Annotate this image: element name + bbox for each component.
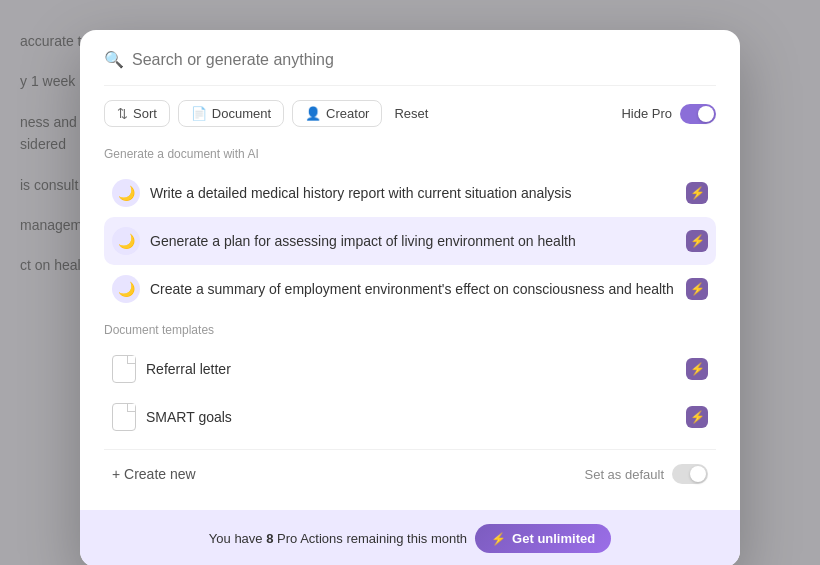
modal-container: 🔍 ⇅ Sort 📄 Document 👤 Creator Reset <box>80 30 740 565</box>
ai-suggestion-text-1: Write a detailed medical history report … <box>150 185 676 201</box>
reset-button[interactable]: Reset <box>390 101 432 126</box>
create-new-label: + Create new <box>112 466 196 482</box>
set-default-toggle[interactable] <box>672 464 708 484</box>
ai-suggestion-item-3[interactable]: 🌙 Create a summary of employment environ… <box>104 265 716 313</box>
creator-icon: 👤 <box>305 106 321 121</box>
set-default-label: Set as default <box>585 467 665 482</box>
search-icon: 🔍 <box>104 50 124 69</box>
pro-badge-template-1: ⚡ <box>686 358 708 380</box>
bottom-banner: You have 8 Pro Actions remaining this mo… <box>80 510 740 565</box>
sort-button[interactable]: ⇅ Sort <box>104 100 170 127</box>
document-icon: 📄 <box>191 106 207 121</box>
modal-body: 🔍 ⇅ Sort 📄 Document 👤 Creator Reset <box>80 30 740 510</box>
ai-icon-1: 🌙 <box>112 179 140 207</box>
ai-suggestion-item-1[interactable]: 🌙 Write a detailed medical history repor… <box>104 169 716 217</box>
ai-suggestion-item-2[interactable]: 🌙 Generate a plan for assessing impact o… <box>104 217 716 265</box>
lightning-icon-2: ⚡ <box>690 234 705 248</box>
lightning-icon-3: ⚡ <box>690 282 705 296</box>
get-unlimited-label: Get unlimited <box>512 531 595 546</box>
pro-badge-3: ⚡ <box>686 278 708 300</box>
creator-filter-button[interactable]: 👤 Creator <box>292 100 382 127</box>
create-new-button[interactable]: + Create new <box>112 466 196 482</box>
creator-filter-label: Creator <box>326 106 369 121</box>
hide-pro-wrap: Hide Pro <box>621 104 716 124</box>
template-item-1[interactable]: Referral letter ⚡ <box>104 345 716 393</box>
lightning-icon-1: ⚡ <box>690 186 705 200</box>
banner-suffix: Pro Actions remaining this month <box>273 531 467 546</box>
ai-suggestion-text-2: Generate a plan for assessing impact of … <box>150 233 676 249</box>
pro-badge-2: ⚡ <box>686 230 708 252</box>
doc-icon-2 <box>112 403 136 431</box>
toggle-knob <box>698 106 714 122</box>
pro-badge-template-2: ⚡ <box>686 406 708 428</box>
footer-actions: + Create new Set as default <box>104 449 716 490</box>
search-input[interactable] <box>132 51 716 69</box>
ai-suggestion-text-3: Create a summary of employment environme… <box>150 281 676 297</box>
sort-label: Sort <box>133 106 157 121</box>
filter-bar: ⇅ Sort 📄 Document 👤 Creator Reset Hide P… <box>104 86 716 137</box>
doc-icon-1 <box>112 355 136 383</box>
document-filter-label: Document <box>212 106 271 121</box>
banner-lightning-icon: ⚡ <box>491 532 506 546</box>
pro-badge-1: ⚡ <box>686 182 708 204</box>
ai-icon-2: 🌙 <box>112 227 140 255</box>
ai-section-label: Generate a document with AI <box>104 147 716 161</box>
templates-section-label: Document templates <box>104 323 716 337</box>
lightning-icon-t1: ⚡ <box>690 362 705 376</box>
search-bar: 🔍 <box>104 50 716 86</box>
template-text-2: SMART goals <box>146 409 676 425</box>
template-item-2[interactable]: SMART goals ⚡ <box>104 393 716 441</box>
modal-overlay: 🔍 ⇅ Sort 📄 Document 👤 Creator Reset <box>0 0 820 565</box>
hide-pro-toggle[interactable] <box>680 104 716 124</box>
template-text-1: Referral letter <box>146 361 676 377</box>
hide-pro-label: Hide Pro <box>621 106 672 121</box>
ai-icon-3: 🌙 <box>112 275 140 303</box>
sort-icon: ⇅ <box>117 106 128 121</box>
set-default-knob <box>690 466 706 482</box>
banner-prefix: You have <box>209 531 266 546</box>
document-filter-button[interactable]: 📄 Document <box>178 100 284 127</box>
banner-text: You have 8 Pro Actions remaining this mo… <box>209 531 467 546</box>
set-default-wrap: Set as default <box>585 464 709 484</box>
lightning-icon-t2: ⚡ <box>690 410 705 424</box>
get-unlimited-button[interactable]: ⚡ Get unlimited <box>475 524 611 553</box>
